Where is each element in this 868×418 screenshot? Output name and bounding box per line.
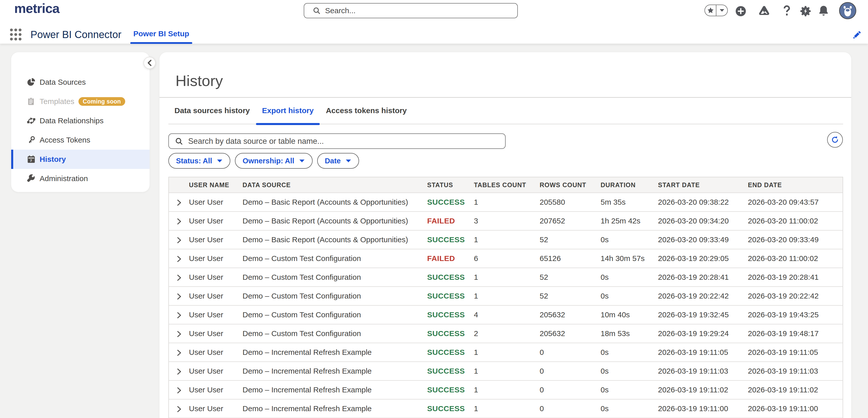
cell-start-date: 2026-03-20 09:38:22	[658, 193, 748, 212]
cell-tables-count: 4	[474, 305, 540, 324]
cell-data-source: Demo – Custom Test Configuration	[243, 249, 427, 268]
cell-duration: 14h 30m 57s	[600, 249, 658, 268]
notifications-button[interactable]	[817, 5, 830, 17]
favorite-star-button[interactable]	[705, 5, 716, 16]
column-header-end-date: END DATE	[748, 177, 843, 193]
cell-data-source: Demo – Basic Report (Accounts & Opportun…	[243, 193, 427, 212]
sidebar-item-data-sources[interactable]: Data Sources	[11, 73, 150, 92]
search-icon	[175, 137, 184, 146]
row-expand-chevron-icon[interactable]	[176, 237, 182, 243]
cell-rows-count: 0	[540, 380, 600, 399]
cell-status: FAILED	[427, 249, 474, 268]
filter-date[interactable]: Date	[317, 153, 359, 169]
help-button[interactable]	[781, 4, 793, 18]
row-expand-chevron-icon[interactable]	[176, 387, 182, 394]
cell-status: SUCCESS	[427, 380, 474, 399]
table-row: User User Demo – Custom Test Configurati…	[168, 305, 843, 324]
guidance-center-button[interactable]	[758, 5, 770, 17]
table-header: USER NAME DATA SOURCE STATUS TABLES COUN…	[168, 177, 843, 193]
cell-rows-count: 205632	[540, 305, 600, 324]
cell-user-name: User User	[189, 399, 243, 418]
chevron-down-icon	[345, 159, 351, 163]
cell-tables-count: 1	[474, 230, 540, 249]
cell-tables-count: 1	[474, 399, 540, 418]
tab-data-sources-history[interactable]: Data sources history	[168, 97, 256, 124]
cell-status: SUCCESS	[427, 305, 474, 324]
table-row: User User Demo – Custom Test Configurati…	[168, 287, 843, 305]
global-actions-button[interactable]	[735, 6, 746, 17]
column-header-start-date: START DATE	[658, 177, 748, 193]
column-header-rows-count: ROWS COUNT	[540, 177, 600, 193]
cell-duration: 1h 25m 42s	[600, 212, 658, 230]
row-expand-chevron-icon[interactable]	[176, 199, 182, 206]
sidebar-collapse-button[interactable]	[144, 57, 156, 69]
cell-rows-count: 0	[540, 362, 600, 380]
row-expand-chevron-icon[interactable]	[176, 331, 182, 337]
notifications-bell-icon	[818, 5, 829, 17]
user-avatar-button[interactable]	[839, 2, 856, 19]
cell-duration: 0s	[600, 362, 658, 380]
cell-tables-count: 1	[474, 193, 540, 212]
sidebar-item-history[interactable]: 7 History	[11, 150, 150, 169]
row-expand-chevron-icon[interactable]	[176, 312, 182, 319]
cell-data-source: Demo – Incremental Refresh Example	[243, 362, 427, 380]
tab-access-tokens-history[interactable]: Access tokens history	[320, 97, 413, 124]
column-header-duration: DURATION	[600, 177, 658, 193]
cell-rows-count: 52	[540, 230, 600, 249]
cell-start-date: 2026-03-19 19:11:00	[658, 399, 748, 418]
row-expand-chevron-icon[interactable]	[176, 218, 182, 225]
sidebar-item-data-relationships[interactable]: Data Relationships	[11, 111, 150, 130]
cell-duration: 0s	[600, 343, 658, 362]
row-expand-chevron-icon[interactable]	[176, 406, 182, 412]
cell-data-source: Demo – Incremental Refresh Example	[243, 380, 427, 399]
cell-rows-count: 0	[540, 343, 600, 362]
row-expand-chevron-icon[interactable]	[176, 274, 182, 281]
cell-start-date: 2026-03-19 19:29:24	[658, 324, 748, 343]
cell-duration: 10m 40s	[600, 305, 658, 324]
cell-end-date: 2026-03-19 19:11:00	[748, 399, 843, 418]
table-row: User User Demo – Basic Report (Accounts …	[168, 193, 843, 212]
filter-ownership[interactable]: Ownership: All	[235, 153, 313, 169]
cell-rows-count: 205580	[540, 193, 600, 212]
refresh-button[interactable]	[827, 132, 843, 148]
tab-export-history[interactable]: Export history	[256, 97, 320, 124]
cell-status: SUCCESS	[427, 362, 474, 380]
cell-status: SUCCESS	[427, 230, 474, 249]
cell-status: SUCCESS	[427, 399, 474, 418]
cell-rows-count: 65126	[540, 249, 600, 268]
cell-end-date: 2026-03-19 19:11:05	[748, 343, 843, 362]
row-expand-chevron-icon[interactable]	[176, 256, 182, 262]
table-search-input[interactable]	[188, 134, 505, 148]
row-expand-chevron-icon[interactable]	[176, 368, 182, 375]
cell-user-name: User User	[189, 343, 243, 362]
nav-tab-active-bar	[130, 42, 192, 44]
edit-navigation-button[interactable]	[851, 29, 862, 41]
pie-chart-icon	[27, 78, 36, 86]
table-search-box[interactable]	[168, 133, 506, 149]
app-launcher-icon[interactable]	[10, 28, 22, 41]
filter-pills: Status: All Ownership: All Date	[168, 153, 359, 169]
cell-data-source: Demo – Custom Test Configuration	[243, 305, 427, 324]
main-card: History Data sources history Export hist…	[159, 52, 851, 418]
row-expand-chevron-icon[interactable]	[176, 350, 182, 356]
nav-tab-power-bi-setup[interactable]: Power BI Setup	[130, 25, 192, 44]
wrench-icon	[27, 174, 36, 183]
favorites-dropdown-button[interactable]	[716, 5, 727, 16]
filter-status[interactable]: Status: All	[168, 153, 230, 169]
cell-start-date: 2026-03-19 19:11:03	[658, 362, 748, 380]
history-tabs: Data sources history Export history Acce…	[168, 97, 843, 124]
setup-button[interactable]	[800, 5, 812, 17]
table-row: User User Demo – Incremental Refresh Exa…	[168, 399, 843, 418]
cell-tables-count: 1	[474, 343, 540, 362]
table-row: User User Demo – Incremental Refresh Exa…	[168, 362, 843, 380]
coming-soon-badge: Coming soon	[79, 97, 125, 106]
cell-rows-count: 52	[540, 287, 600, 305]
cell-tables-count: 1	[474, 268, 540, 287]
sidebar-item-access-tokens[interactable]: Access Tokens	[11, 130, 150, 150]
cell-user-name: User User	[189, 268, 243, 287]
sidebar-item-administration[interactable]: Administration	[11, 169, 150, 188]
table-row: User User Demo – Custom Test Configurati…	[168, 268, 843, 287]
row-expand-chevron-icon[interactable]	[176, 293, 182, 300]
cell-start-date: 2026-03-19 20:22:42	[658, 287, 748, 305]
column-header-data-source: DATA SOURCE	[243, 177, 427, 193]
